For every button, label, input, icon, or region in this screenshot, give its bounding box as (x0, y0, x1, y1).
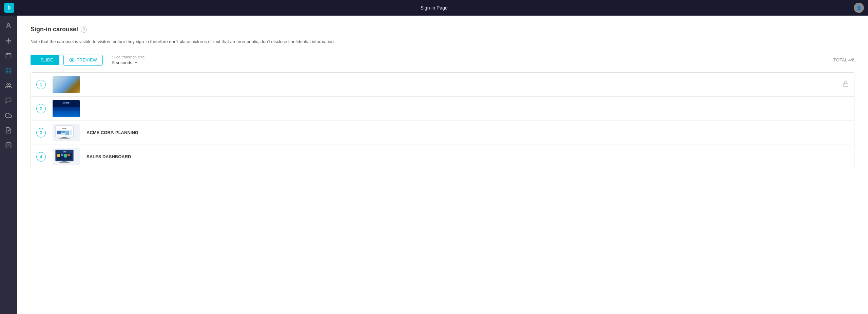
svg-rect-12 (6, 71, 8, 73)
chevron-down-icon (134, 60, 138, 65)
slide-number-1: 1 (36, 80, 46, 89)
lock-icon (843, 81, 849, 88)
total-label: TOTAL 4/6 (833, 57, 854, 62)
svg-rect-28 (65, 131, 69, 135)
app-logo[interactable]: b (4, 3, 14, 13)
svg-point-19 (71, 59, 73, 61)
svg-rect-36 (57, 154, 60, 157)
slide-number-3: 3 (36, 128, 46, 137)
slide-list: 1 2 ACME 3 (31, 72, 854, 169)
svg-text:ACME: ACME (63, 151, 66, 153)
slide-title-3: ACME CORP. PLANNING (86, 130, 138, 135)
slide-thumbnail-3: ACME (53, 124, 80, 141)
svg-rect-13 (9, 71, 11, 73)
sidebar (0, 16, 17, 314)
user-avatar[interactable]: 👤 (854, 3, 864, 13)
svg-point-14 (7, 84, 8, 85)
carousel-toolbar: + SLIDE PREVIEW Slide transition time 5 … (31, 55, 854, 66)
svg-rect-37 (61, 154, 63, 156)
main-content: Sign-in carousel ? Note that the carouse… (17, 16, 868, 314)
svg-point-1 (6, 40, 7, 41)
table-row[interactable]: 4 ACME SAL (31, 145, 854, 169)
table-row[interactable]: 1 (31, 73, 854, 97)
svg-rect-38 (64, 154, 67, 158)
sidebar-item-cloud[interactable] (2, 109, 15, 122)
svg-point-6 (8, 42, 9, 43)
preview-button[interactable]: PREVIEW (63, 55, 103, 66)
svg-rect-27 (61, 131, 65, 133)
svg-rect-39 (67, 154, 70, 156)
svg-point-2 (10, 40, 11, 41)
slide-number-2: 2 (36, 104, 46, 113)
sidebar-item-connections[interactable] (2, 34, 15, 48)
help-icon[interactable]: ? (81, 26, 87, 33)
sidebar-item-analytics[interactable] (2, 64, 15, 77)
svg-point-18 (6, 143, 11, 144)
svg-rect-10 (6, 68, 8, 70)
slide-thumbnail-1 (53, 76, 80, 93)
transition-select-wrapper[interactable]: 5 seconds (112, 60, 145, 65)
svg-rect-30 (59, 138, 70, 139)
add-slide-button[interactable]: + SLIDE (31, 55, 59, 65)
transition-label: Slide transition time (112, 55, 145, 59)
svg-rect-7 (6, 53, 11, 58)
svg-rect-11 (9, 68, 11, 70)
slide-number-4: 4 (36, 152, 46, 162)
sidebar-item-users[interactable] (2, 19, 15, 33)
table-row[interactable]: 2 ACME (31, 97, 854, 121)
slide-thumbnail-2: ACME (53, 100, 80, 117)
sidebar-item-database[interactable] (2, 138, 15, 152)
eye-icon (69, 57, 75, 63)
sidebar-item-groups[interactable] (2, 79, 15, 92)
svg-rect-26 (57, 131, 61, 134)
slide-title-4: SALES DASHBOARD (86, 154, 131, 159)
svg-rect-20 (843, 84, 848, 86)
app-layout: Sign-in carousel ? Note that the carouse… (0, 16, 868, 314)
table-row[interactable]: 3 ACME ACME CORP. PLANN (31, 121, 854, 145)
svg-rect-40 (62, 161, 67, 162)
topbar: b Sign-in Page 👤 (0, 0, 868, 16)
page-title: Sign-in Page (420, 5, 447, 11)
slide-thumbnail-4: ACME (53, 148, 80, 165)
sidebar-item-directory[interactable] (2, 49, 15, 62)
transition-group: Slide transition time 5 seconds (112, 55, 145, 65)
svg-point-3 (8, 38, 9, 39)
sidebar-item-reports[interactable] (2, 124, 15, 137)
svg-text:ACME: ACME (62, 128, 66, 129)
svg-point-15 (9, 84, 11, 85)
carousel-note: Note that the carousel is visible to vis… (31, 38, 854, 45)
svg-rect-41 (59, 162, 70, 163)
svg-rect-29 (62, 137, 67, 138)
carousel-heading: Sign-in carousel ? (31, 26, 854, 33)
svg-point-0 (7, 23, 10, 26)
sidebar-item-messages[interactable] (2, 94, 15, 107)
